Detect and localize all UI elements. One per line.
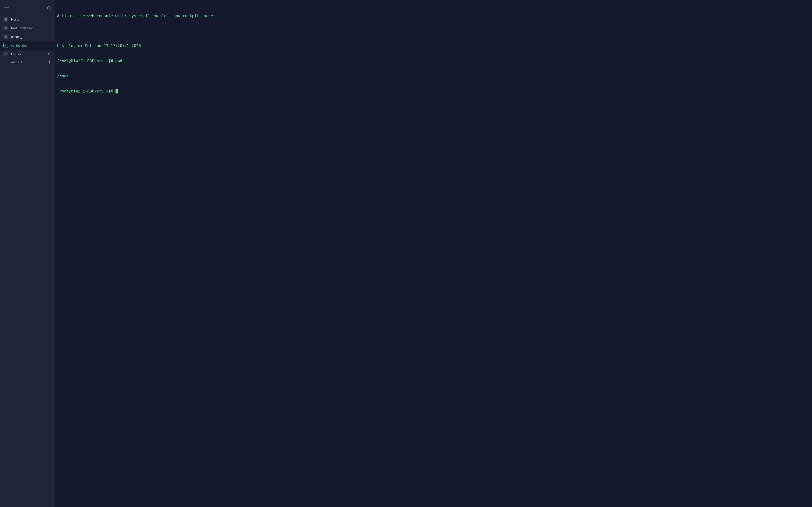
forward-icon bbox=[3, 25, 8, 31]
history-item-label: centos_1 bbox=[10, 60, 22, 64]
sidebar: Hosts Port Forwarding centos_1 centos_te… bbox=[0, 0, 55, 507]
home-icon[interactable] bbox=[47, 5, 51, 10]
terminal-line: /root bbox=[57, 74, 810, 79]
terminal-content: Activate the web console with: systemctl… bbox=[57, 3, 810, 104]
sidebar-item-port-forwarding[interactable]: Port Forwarding bbox=[0, 24, 55, 32]
svg-rect-9 bbox=[49, 61, 50, 62]
alert-icon[interactable] bbox=[47, 60, 52, 64]
svg-line-8 bbox=[50, 55, 51, 55]
terminal-pane[interactable]: Activate the web console with: systemctl… bbox=[55, 0, 812, 507]
terminal-line: Last login: Sat Jun 13 17:20:41 2020 bbox=[57, 44, 810, 49]
history-item[interactable]: centos_1 bbox=[0, 58, 55, 66]
terminal-prompt-line: [root@MiWiFi-R3P-srv ~]# bbox=[57, 89, 810, 94]
sidebar-item-session-centostest[interactable]: centos_test bbox=[0, 41, 55, 50]
terminal-line: Activate the web console with: systemctl… bbox=[57, 13, 810, 18]
terminal-icon bbox=[3, 34, 8, 39]
sidebar-item-label: Port Forwarding bbox=[11, 26, 52, 30]
svg-point-10 bbox=[49, 63, 50, 63]
terminal-cursor bbox=[115, 89, 118, 94]
sidebar-item-label: centos_test bbox=[11, 44, 52, 47]
sidebar-item-session-centos1[interactable]: centos_1 bbox=[0, 32, 55, 41]
svg-point-2 bbox=[5, 18, 5, 19]
menu-button[interactable] bbox=[4, 6, 9, 9]
search-icon[interactable] bbox=[47, 52, 52, 56]
sidebar-item-hosts[interactable]: Hosts bbox=[0, 15, 55, 24]
sidebar-history-header[interactable]: History bbox=[0, 50, 55, 58]
history-icon bbox=[3, 52, 8, 56]
svg-point-3 bbox=[5, 20, 5, 20]
terminal-line: [root@MiWiFi-R3P-srv ~]# pwd bbox=[57, 59, 810, 64]
svg-point-7 bbox=[48, 53, 50, 55]
terminal-line bbox=[57, 29, 810, 34]
sidebar-item-label: centos_1 bbox=[11, 35, 52, 39]
history-children: centos_1 bbox=[0, 58, 55, 66]
terminal-icon bbox=[3, 43, 8, 48]
server-icon bbox=[3, 17, 8, 22]
sidebar-header bbox=[0, 0, 55, 15]
sidebar-item-label: Hosts bbox=[11, 18, 52, 21]
history-label: History bbox=[11, 52, 47, 56]
terminal-prompt: [root@MiWiFi-R3P-srv ~]# bbox=[57, 89, 115, 94]
